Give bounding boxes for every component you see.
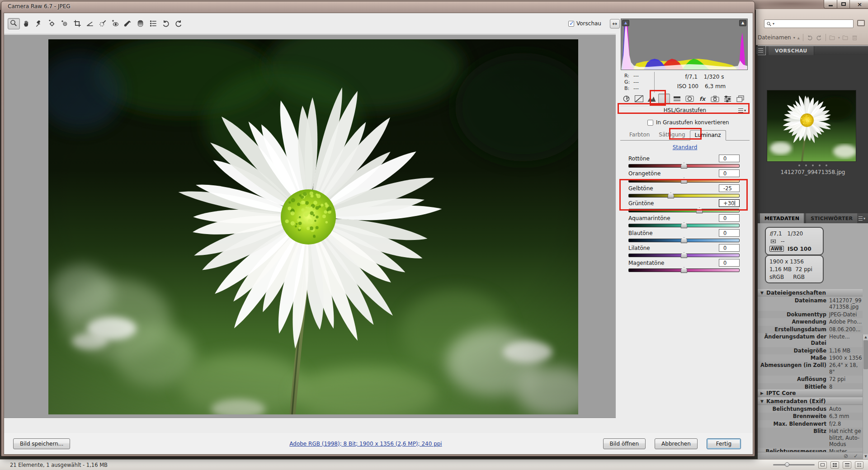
panel-tab-detail-icon[interactable] [646,94,657,103]
tool-hand-icon[interactable] [20,18,33,29]
workflow-options-link[interactable]: Adobe RGB (1998); 8 Bit; 1900 x 1356 (2,… [140,441,592,447]
panel-collapse-handle[interactable] [756,46,765,55]
preview-thumbnail[interactable] [767,90,856,161]
metadata-row[interactable]: Brennweite 6,3 mm [758,413,863,420]
tool-preferences-icon[interactable] [147,18,159,29]
trash-icon[interactable] [851,34,858,41]
slider-value-input[interactable]: 0 [719,169,740,177]
panel-tab-presets-icon[interactable] [722,94,733,103]
panel-menu-icon[interactable]: ▾ [738,108,746,113]
slider-track[interactable] [628,268,740,272]
tool-rotate-left-icon[interactable] [160,18,172,29]
view-list-button[interactable] [855,461,863,469]
panel-tab-tone-curve-icon[interactable] [633,94,645,103]
rating-dot[interactable] [798,164,800,166]
minimize-button[interactable] [824,0,837,9]
preview-toggle[interactable]: Vorschau [568,20,601,27]
main-image[interactable] [48,39,578,414]
view-thumbnails-button[interactable] [830,461,839,469]
section-kameradaten-exif[interactable]: ▼ Kameradaten (Exif) [758,398,863,405]
metadata-row[interactable]: Abmessungen (in Zoll) 26,4" x 18,8" [758,362,863,376]
slider-value-input[interactable]: 0 [719,244,740,252]
sort-ascending-icon[interactable]: ▴ [797,35,800,40]
tool-spot-removal-icon[interactable] [96,18,108,29]
search-input[interactable]: ▾ [764,19,854,28]
metadata-row[interactable]: Belichtungsmodus Auto [758,405,863,413]
rating-dot[interactable] [826,164,827,166]
panel-tab-lens-corrections-icon[interactable] [684,94,695,103]
slider-track[interactable] [628,209,740,212]
slider-thumb[interactable] [681,267,688,273]
search-scope-dropdown-icon[interactable]: ▾ [773,22,774,26]
close-button[interactable]: × [849,0,868,9]
panel-tab-snapshots-icon[interactable] [734,94,746,103]
tool-straighten-icon[interactable] [84,18,96,29]
thumbnail-size-slider[interactable] [773,464,815,465]
slider-thumb[interactable] [696,207,703,213]
apply-edit-icon[interactable]: ✓ [854,453,858,459]
metadata-row[interactable]: Blitz Hat nicht geblitzt, Auto-Modus [758,428,863,448]
scroll-up-icon[interactable]: ▲ [863,334,868,340]
slider-knob[interactable] [785,462,789,467]
rating-dot[interactable] [819,164,821,166]
metadata-row[interactable]: Auflösung 72 ppi [758,376,863,383]
subtab-luminanz[interactable]: Luminanz [690,130,726,141]
tool-targeted-adjustment-icon[interactable] [58,18,71,29]
slider-thumb[interactable] [681,237,688,243]
metadata-scrollbar[interactable]: ▲ ▼ [863,334,868,459]
slider-track[interactable] [628,179,740,183]
metadata-row[interactable]: Max. Blendenwert f/2.8 [758,420,863,428]
convert-grayscale-checkbox[interactable] [647,120,653,126]
panel-tab-basic-icon[interactable] [620,94,632,103]
sort-by-label[interactable]: Dateinamen [758,34,791,41]
sort-dropdown-icon[interactable]: ▾ [793,36,795,40]
tool-white-balance-icon[interactable] [33,18,45,29]
tab-vorschau[interactable]: VORSCHAU [769,46,814,55]
scrollbar-thumb[interactable] [863,340,868,369]
rotate-left-icon[interactable] [807,34,813,41]
metadata-row[interactable]: Maße 1900 x 1356 [758,354,863,362]
metadata-row[interactable]: Anwendung Adobe Pho... [758,318,863,325]
slider-track[interactable] [628,239,740,242]
tool-graduated-filter-icon[interactable] [134,18,146,29]
tab-stichwoerter[interactable]: STICHWÖRTER [806,213,857,223]
convert-grayscale-row[interactable]: In Graustufen konvertieren [647,119,729,126]
panel-tab-hsl-grayscale-icon[interactable] [658,94,670,103]
section-iptc-core[interactable]: ▶ IPTC Core [758,390,863,397]
highlight-clipping-toggle-icon[interactable]: ▲ [739,20,746,26]
panel-menu-icon[interactable]: ▾ [859,216,865,221]
folder-icon[interactable] [829,34,836,41]
tab-metadaten[interactable]: METADATEN [760,213,804,223]
scroll-down-icon[interactable]: ▼ [863,454,868,459]
subtab-sättigung[interactable]: Sättigung [654,130,689,140]
slider-track[interactable] [628,224,740,227]
tool-color-sampler-icon[interactable] [46,18,58,29]
slider-thumb[interactable] [667,193,674,198]
slider-thumb[interactable] [681,163,688,169]
preview-checkbox[interactable] [568,21,574,27]
tool-red-eye-icon[interactable] [109,18,121,29]
tool-zoom-icon[interactable] [8,18,20,29]
maximize-button[interactable] [837,0,849,9]
fullscreen-toggle-icon[interactable]: ↔ [610,19,620,28]
section-dateieigenschaften[interactable]: ▼ Dateieigenschaften [758,289,863,296]
new-folder-icon[interactable] [842,34,849,41]
slider-value-input[interactable]: 0 [719,229,740,237]
slider-value-input[interactable]: +30 [719,199,740,207]
tool-crop-icon[interactable] [71,18,83,29]
view-details-button[interactable] [843,461,851,469]
rating-dot[interactable] [812,164,814,166]
slider-thumb[interactable] [681,222,688,228]
slider-track[interactable] [628,194,740,197]
slider-value-input[interactable]: 0 [719,214,740,222]
metadata-row[interactable]: Erstellungsdatum 08.06.200... [758,326,863,333]
tool-rotate-right-icon[interactable] [172,18,184,29]
metadata-row[interactable]: Dateiname 1412707_99471358.jpg [758,297,863,311]
panel-tab-camera-calibration-icon[interactable] [709,94,721,103]
slider-track[interactable] [628,164,740,168]
slider-track[interactable] [628,254,740,257]
panel-tab-effects-icon[interactable] [696,94,708,103]
compact-mode-icon[interactable] [857,20,865,26]
slider-value-input[interactable]: -25 [719,184,740,192]
rotate-right-icon[interactable] [816,34,822,41]
